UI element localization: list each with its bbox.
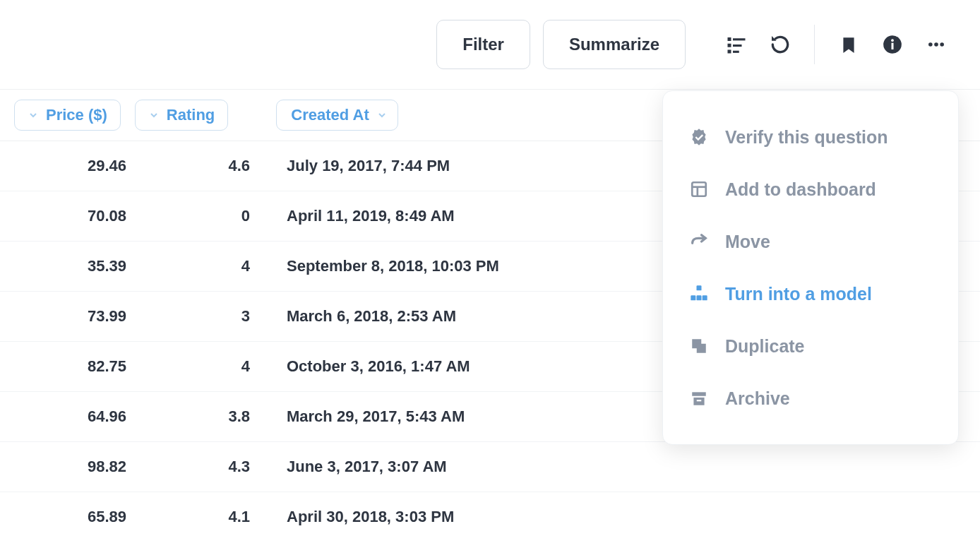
- menu-item-label: Verify this question: [725, 127, 888, 148]
- svg-rect-3: [733, 44, 742, 47]
- arrow-right-icon: [688, 231, 710, 252]
- menu-item-add-dashboard[interactable]: Add to dashboard: [663, 163, 958, 215]
- summarize-button[interactable]: Summarize: [543, 20, 686, 69]
- cell-created: April 30, 2018, 3:03 PM: [261, 508, 980, 526]
- column-label: Created At: [291, 106, 369, 124]
- svg-point-11: [940, 42, 944, 47]
- menu-item-label: Duplicate: [725, 336, 805, 357]
- menu-item-label: Move: [725, 232, 770, 252]
- svg-point-9: [928, 42, 933, 47]
- svg-point-8: [891, 39, 894, 42]
- more-icon[interactable]: [921, 29, 952, 60]
- cell-rating: 3: [138, 307, 261, 326]
- svg-rect-20: [697, 344, 706, 353]
- menu-item-label: Add to dashboard: [725, 179, 876, 200]
- chevron-down-icon: [148, 109, 160, 121]
- cell-price: 82.75: [14, 357, 138, 376]
- cell-rating: 4.3: [138, 458, 261, 476]
- svg-rect-21: [692, 392, 706, 395]
- menu-item-verify[interactable]: Verify this question: [663, 111, 958, 163]
- verified-badge-icon: [688, 126, 710, 148]
- svg-point-10: [934, 42, 938, 47]
- svg-rect-2: [728, 44, 731, 47]
- cell-price: 73.99: [14, 307, 138, 326]
- info-icon[interactable]: [877, 29, 908, 60]
- menu-item-move[interactable]: Move: [663, 215, 958, 268]
- cell-rating: 4.1: [138, 508, 261, 526]
- cell-price: 98.82: [14, 458, 138, 476]
- svg-rect-4: [728, 50, 731, 54]
- cell-rating: 3.8: [138, 407, 261, 426]
- svg-rect-0: [728, 37, 731, 41]
- cell-rating: 4: [138, 257, 261, 275]
- cell-price: 29.46: [14, 157, 138, 175]
- table-row[interactable]: 98.82 4.3 June 3, 2017, 3:07 AM: [0, 442, 980, 492]
- duplicate-icon: [688, 335, 710, 357]
- list-icon[interactable]: [721, 29, 752, 60]
- column-header-rating[interactable]: Rating: [135, 100, 228, 131]
- cell-created: June 3, 2017, 3:07 AM: [261, 458, 980, 476]
- cell-price: 70.08: [14, 207, 138, 225]
- svg-rect-22: [693, 398, 704, 405]
- menu-item-duplicate[interactable]: Duplicate: [663, 320, 958, 372]
- cell-price: 35.39: [14, 257, 138, 275]
- bookmark-icon[interactable]: [833, 29, 864, 60]
- toolbar-divider: [814, 25, 815, 64]
- menu-item-archive[interactable]: Archive: [663, 372, 958, 424]
- refresh-icon[interactable]: [765, 29, 796, 60]
- chevron-down-icon: [28, 109, 39, 121]
- cell-price: 64.96: [14, 407, 138, 426]
- svg-rect-16: [691, 295, 695, 300]
- chevron-down-icon: [376, 109, 388, 121]
- svg-rect-15: [697, 285, 702, 290]
- archive-icon: [688, 388, 710, 409]
- svg-rect-23: [697, 400, 702, 401]
- svg-rect-1: [733, 38, 746, 40]
- svg-rect-12: [692, 182, 706, 196]
- menu-item-label: Archive: [725, 388, 790, 409]
- question-actions-menu: Verify this question Add to dashboard Mo…: [662, 90, 959, 445]
- svg-rect-7: [891, 43, 893, 49]
- svg-rect-5: [733, 51, 739, 53]
- column-header-created[interactable]: Created At: [276, 100, 398, 131]
- filter-button[interactable]: Filter: [436, 20, 530, 69]
- toolbar: Filter Summarize: [0, 0, 980, 90]
- column-label: Price ($): [46, 106, 107, 124]
- column-label: Rating: [167, 106, 215, 124]
- menu-item-turn-model[interactable]: Turn into a model: [663, 268, 958, 320]
- cell-rating: 4: [138, 357, 261, 376]
- model-icon: [688, 283, 710, 304]
- svg-rect-18: [697, 295, 702, 300]
- cell-rating: 0: [138, 207, 261, 225]
- cell-rating: 4.6: [138, 157, 261, 175]
- table-row[interactable]: 65.89 4.1 April 30, 2018, 3:03 PM: [0, 492, 980, 542]
- menu-item-label: Turn into a model: [725, 284, 872, 304]
- svg-rect-17: [703, 295, 707, 300]
- column-header-price[interactable]: Price ($): [14, 100, 121, 131]
- dashboard-icon: [688, 179, 710, 200]
- cell-price: 65.89: [14, 508, 138, 526]
